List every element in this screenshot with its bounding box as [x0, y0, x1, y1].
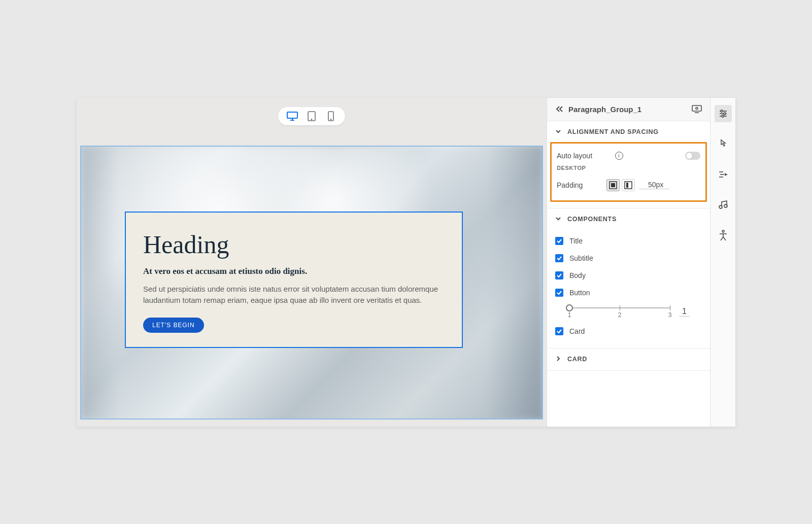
svg-point-4: [311, 119, 312, 119]
slider-tick-label: 3: [668, 311, 672, 319]
slider-thumb[interactable]: [566, 304, 573, 311]
canvas-area: Heading At vero eos et accusam at etiust…: [77, 98, 547, 427]
chevron-right-icon: [555, 356, 562, 363]
component-item: Body: [555, 267, 702, 284]
padding-mode-buttons: [606, 179, 635, 191]
component-label: Subtitle: [569, 254, 593, 262]
svg-point-19: [722, 115, 724, 117]
card-body[interactable]: Sed ut perspiciatis unde omnis iste natu…: [143, 284, 445, 306]
rail-animations-button[interactable]: [715, 166, 732, 183]
section-card: CARD: [547, 348, 710, 371]
component-label: Button: [569, 289, 590, 297]
chevron-down-icon: [555, 216, 562, 223]
checkbox-body[interactable]: [555, 271, 563, 280]
section-components-label: COMPONENTS: [567, 216, 617, 223]
app-frame: Heading At vero eos et accusam at etiust…: [77, 98, 735, 427]
breakpoint-label: DESKTOP: [557, 163, 700, 171]
chevron-down-icon: [555, 128, 562, 136]
checkbox-title[interactable]: [555, 237, 563, 245]
card-subtitle[interactable]: At vero eos et accusam at etiusto odio d…: [143, 266, 445, 276]
component-item: Card: [555, 323, 702, 340]
rail-properties-button[interactable]: [715, 105, 732, 122]
section-card-label: CARD: [567, 356, 587, 363]
svg-point-8: [696, 108, 698, 110]
slider-tick-label: 1: [568, 311, 571, 319]
svg-rect-7: [692, 106, 701, 111]
padding-individual-button[interactable]: [622, 179, 635, 191]
svg-marker-24: [725, 173, 728, 176]
properties-title: Paragraph_Group_1: [568, 105, 687, 114]
padding-row: Padding 50px: [557, 176, 700, 194]
right-rail: [710, 98, 735, 427]
info-icon[interactable]: i: [615, 152, 623, 160]
auto-layout-row: Auto layout i: [557, 149, 700, 163]
rail-accessibility-button[interactable]: [715, 227, 732, 244]
card-heading[interactable]: Heading: [143, 230, 445, 259]
svg-rect-13: [626, 183, 628, 188]
checkbox-subtitle[interactable]: [555, 254, 563, 262]
svg-rect-0: [287, 112, 297, 118]
slider-track[interactable]: 1 2 3: [569, 304, 670, 320]
rail-interactions-button[interactable]: [715, 135, 732, 153]
device-desktop-button[interactable]: [286, 110, 298, 122]
padding-value[interactable]: 50px: [639, 181, 669, 189]
section-alignment: ALIGNMENT AND SPACING Auto layout i DESK…: [547, 121, 710, 208]
preview-icon[interactable]: [692, 105, 702, 113]
padding-label: Padding: [557, 181, 602, 189]
section-components: COMPONENTS Title Subtitle Body Button: [547, 208, 710, 348]
cta-button[interactable]: LET'S BEGIN: [143, 318, 204, 333]
slider-tick-label: 2: [618, 311, 622, 319]
svg-point-18: [724, 113, 726, 115]
checkbox-card[interactable]: [555, 327, 563, 335]
component-label: Title: [569, 237, 583, 245]
auto-layout-label: Auto layout: [557, 152, 611, 160]
auto-layout-toggle[interactable]: [685, 152, 700, 160]
svg-point-20: [720, 139, 721, 140]
section-card-header[interactable]: CARD: [547, 348, 710, 370]
svg-point-17: [721, 110, 723, 112]
component-label: Body: [569, 271, 586, 280]
component-item: Button: [555, 284, 702, 301]
properties-panel: Paragraph_Group_1 ALIGNMENT AND SPACING …: [547, 98, 710, 427]
padding-uniform-button[interactable]: [606, 179, 620, 191]
properties-header: Paragraph_Group_1: [547, 98, 710, 121]
svg-point-27: [722, 230, 724, 232]
checkbox-button[interactable]: [555, 289, 563, 297]
button-count-slider: 1 2 3 1: [555, 301, 702, 323]
device-mobile-button[interactable]: [325, 110, 337, 122]
section-alignment-label: ALIGNMENT AND SPACING: [567, 128, 659, 135]
device-switcher: [278, 107, 345, 125]
paragraph-group-block[interactable]: Heading At vero eos et accusam at etiust…: [125, 212, 463, 348]
collapse-panel-icon[interactable]: [555, 106, 563, 113]
slider-value[interactable]: 1: [679, 307, 690, 317]
component-label: Card: [569, 327, 585, 335]
svg-line-31: [723, 237, 726, 240]
section-alignment-header[interactable]: ALIGNMENT AND SPACING: [547, 121, 710, 143]
section-components-header[interactable]: COMPONENTS: [547, 208, 710, 230]
component-item: Subtitle: [555, 250, 702, 267]
svg-point-6: [330, 119, 331, 119]
alignment-highlight: Auto layout i DESKTOP Padding: [550, 142, 707, 202]
rail-audio-button[interactable]: [715, 196, 732, 214]
svg-rect-11: [611, 183, 615, 187]
svg-line-30: [721, 237, 723, 240]
component-item: Title: [555, 232, 702, 250]
preview-canvas[interactable]: Heading At vero eos et accusam at etiust…: [80, 146, 543, 420]
components-list: Title Subtitle Body Button: [547, 230, 710, 348]
device-tablet-button[interactable]: [306, 110, 318, 122]
